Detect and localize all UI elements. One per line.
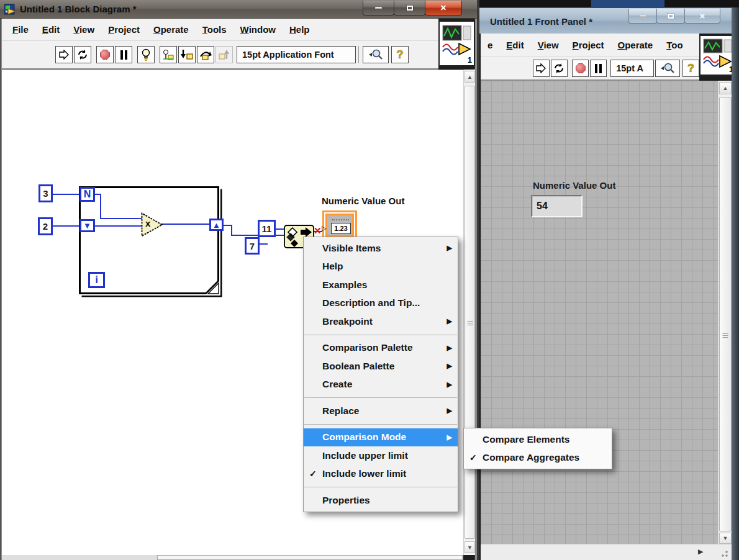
menu-item-compare-aggregates[interactable]: ✓Compare Aggregates [464,449,612,467]
run-button[interactable] [533,60,550,77]
menu-item-visible-items[interactable]: Visible Items▶ [304,239,458,258]
run-button[interactable] [55,46,73,63]
iteration-label: i [95,274,98,286]
pause-icon [120,50,127,60]
front-panel-window: Untitled 1 Front Panel * × eEditViewProj… [478,7,739,560]
bd-vi-icon[interactable]: 1 [438,20,475,66]
fp-font-selector-label: 15pt A [616,63,643,73]
menu-item-create[interactable]: Create▶ [304,376,458,394]
fp-resize-grip[interactable] [718,547,729,558]
menu-operate[interactable]: Operate [610,40,660,50]
abort-button[interactable] [572,60,589,77]
shift-register-left[interactable]: ▼ [79,219,95,232]
menu-item-description-and-tip[interactable]: Description and Tip... [304,294,458,313]
menu-item-include-lower-limit[interactable]: ✓Include lower limit [304,465,458,484]
fp-scroll-right-button[interactable]: ▶ [698,548,703,556]
multiply-node[interactable]: x [141,212,164,237]
abort-button[interactable] [96,46,114,63]
retain-wire-values-button[interactable] [160,46,177,63]
menu-view[interactable]: View [531,40,566,50]
run-continuously-button[interactable] [74,46,91,63]
fp-scroll-up-button[interactable]: ▲ [719,82,732,94]
menu-project[interactable]: Project [101,24,147,35]
menu-item-label: Comparison Mode [322,431,406,443]
fp-scroll-down-button[interactable]: ▼ [719,533,732,544]
bd-search-button[interactable] [363,46,389,63]
help-icon: ? [687,62,694,75]
step-over-button[interactable] [197,46,214,63]
iteration-terminal[interactable]: i [88,272,105,288]
numeric-indicator-terminal[interactable]: ▷ 1.23 [322,210,357,240]
fp-search-button[interactable] [655,60,680,77]
menu-view[interactable]: View [66,24,101,35]
menu-file[interactable]: File [6,24,35,35]
bd-vscroll-thumb[interactable] [465,86,475,539]
menu-item-label: Compare Elements [483,434,569,445]
menu-item-help[interactable]: Help [304,258,458,276]
menu-separator [304,397,457,398]
fp-vi-icon[interactable]: 1 [699,35,737,76]
menu-item-properties[interactable]: Properties [304,491,458,510]
menu-item-comparison-palette[interactable]: Comparison Palette▶ [304,339,458,358]
menu-help[interactable]: Help [283,24,317,35]
menu-item-label: Compare Aggregates [483,452,579,463]
menu-tools[interactable]: Tools [196,24,233,35]
step-out-button[interactable] [215,46,233,63]
bd-minimize-button[interactable] [363,1,394,16]
fp-close-button[interactable]: × [684,9,720,24]
bd-window-title: Untitled 1 Block Diagram * [20,4,137,14]
menu-item-label: Create [322,379,352,390]
pause-button[interactable] [115,46,132,63]
bd-maximize-button[interactable] [394,1,425,16]
pause-icon [595,64,602,73]
menu-item-label: Replace [322,405,359,417]
menu-item-include-upper-limit[interactable]: Include upper limit [304,446,458,465]
context-menu: Visible Items▶HelpExamplesDescription an… [303,237,458,512]
menu-project[interactable]: Project [566,40,611,50]
bd-scroll-down-button[interactable]: ▼ [465,541,475,553]
bd-hscroll-thumb[interactable] [157,555,463,560]
fp-numeric-indicator[interactable]: 54 [531,195,583,217]
menu-operate[interactable]: Operate [147,24,196,35]
fp-window-title: Untitled 1 Front Panel * [490,16,592,27]
constant-lower-limit[interactable]: 7 [245,237,260,255]
bd-scroll-up-button[interactable]: ▲ [465,71,475,83]
constant-count[interactable]: 3 [39,184,53,202]
menu-edit[interactable]: Edit [35,24,66,35]
step-into-button[interactable] [178,46,196,63]
constant-init[interactable]: 2 [38,217,53,235]
menu-item-examples[interactable]: Examples [304,276,458,294]
fp-vscroll-thumb[interactable] [719,97,732,531]
menu-item-boolean-palette[interactable]: Boolean Palette▶ [304,357,458,376]
menu-item-breakpoint[interactable]: Breakpoint▶ [304,312,458,331]
bd-horizontal-scrollbar[interactable] [2,555,463,560]
constant-upper-limit[interactable]: 11 [258,220,276,237]
menu-window[interactable]: Window [233,24,283,35]
bd-titlebar[interactable]: Untitled 1 Block Diagram * × [0,0,477,19]
fp-help-button[interactable]: ? [682,60,699,77]
fp-horizontal-scrollbar[interactable]: ▶ [481,544,732,560]
highlight-execution-button[interactable] [137,46,155,63]
menu-e[interactable]: e [481,40,499,50]
menu-too[interactable]: Too [660,40,689,50]
fp-font-selector[interactable]: 15pt A [610,60,654,77]
menu-item-compare-elements[interactable]: Compare Elements [464,430,612,449]
bd-close-button[interactable]: × [425,1,462,16]
fp-vertical-scrollbar[interactable]: ▲ ▼ [718,81,732,544]
bd-help-button[interactable]: ? [391,46,409,63]
bd-font-selector[interactable]: 15pt Application Font [237,46,356,63]
shift-register-right[interactable]: ▲ [209,219,224,231]
menu-item-replace[interactable]: Replace▶ [304,402,458,420]
bd-vertical-scrollbar[interactable]: ▲ ▼ [463,70,475,555]
menu-item-comparison-mode[interactable]: Comparison Mode▶ [304,428,458,447]
pause-button[interactable] [590,60,607,77]
menu-edit[interactable]: Edit [499,40,530,50]
loop-count-terminal[interactable]: N [79,187,95,202]
fp-minimize-button[interactable] [628,9,657,24]
fp-canvas[interactable]: Numeric Value Out 54 [481,81,718,544]
menu-item-label: Description and Tip... [322,297,420,309]
fp-maximize-button[interactable] [656,9,685,24]
run-continuously-button[interactable] [551,60,568,77]
wire-init-to-shiftreg [52,225,79,227]
fp-titlebar[interactable]: Untitled 1 Front Panel * × [478,7,739,34]
